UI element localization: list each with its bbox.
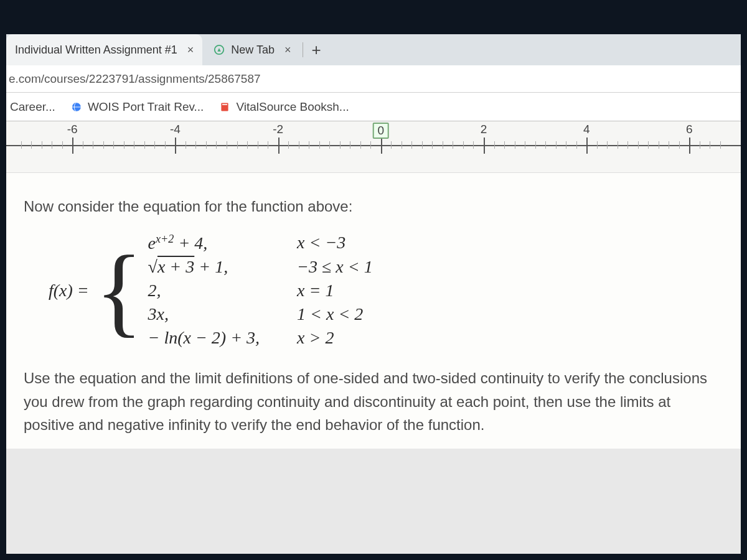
minor-tick	[556, 141, 557, 149]
bookmark-label: Career...	[10, 100, 55, 114]
minor-tick	[42, 141, 42, 149]
page-content: -6-4-20246 Now consider the equation for…	[6, 121, 741, 449]
tick-label: 2	[481, 123, 487, 136]
case-condition: x = 1	[297, 281, 373, 301]
globe-icon	[70, 101, 83, 113]
minor-tick	[31, 141, 32, 149]
minor-tick	[411, 141, 412, 149]
minor-tick	[350, 141, 350, 149]
tick-label: -6	[67, 123, 78, 136]
minor-tick	[62, 141, 63, 149]
minor-tick	[113, 141, 114, 149]
minor-tick	[258, 141, 258, 149]
minor-tick	[627, 141, 628, 149]
left-brace: {	[95, 251, 143, 330]
major-tick	[175, 138, 176, 154]
major-tick	[586, 138, 588, 154]
minor-tick	[21, 141, 22, 149]
minor-tick	[463, 141, 464, 149]
tab-new-tab[interactable]: New Tab ×	[205, 34, 299, 65]
tick-label: 4	[583, 123, 590, 136]
minor-tick	[391, 141, 392, 149]
case-expression: ex+2 + 4,	[148, 233, 260, 253]
minor-tick	[154, 141, 155, 149]
browser-tab-strip: Individual Written Assignment #1 × New T…	[6, 34, 741, 65]
minor-tick	[360, 141, 361, 149]
minor-tick	[268, 141, 268, 149]
minor-tick	[720, 141, 721, 149]
number-line-region: -6-4-20246	[6, 121, 741, 173]
minor-tick	[144, 141, 145, 149]
minor-tick	[93, 141, 93, 149]
minor-tick	[710, 141, 710, 149]
minor-tick	[186, 141, 186, 149]
bookmark-wois[interactable]: WOIS Port Trait Rev...	[70, 100, 204, 114]
minor-tick	[443, 141, 443, 149]
piecewise-function: f(x) = { ex+2 + 4,x < −3√x + 3 + 1,−3 ≤ …	[49, 233, 723, 348]
svg-rect-3	[222, 104, 227, 105]
minor-tick	[494, 141, 495, 149]
minor-tick	[607, 141, 608, 149]
close-icon[interactable]: ×	[284, 44, 291, 57]
case-expression: √x + 3 + 1,	[148, 257, 260, 277]
minor-tick	[638, 141, 639, 149]
minor-tick	[227, 141, 227, 149]
minor-tick	[103, 141, 104, 149]
minor-tick	[659, 141, 659, 149]
minor-tick	[83, 141, 83, 149]
minor-tick	[370, 141, 371, 149]
problem-body: Now consider the equation for the functi…	[6, 173, 741, 449]
minor-tick	[545, 141, 546, 149]
minor-tick	[515, 141, 515, 149]
minor-tick	[237, 141, 238, 149]
minor-tick	[319, 141, 320, 149]
case-condition: x < −3	[297, 233, 373, 253]
case-expression: 3x,	[148, 304, 260, 324]
close-icon[interactable]: ×	[187, 44, 194, 57]
minor-tick	[195, 141, 196, 149]
minor-tick	[525, 141, 525, 149]
screen: Individual Written Assignment #1 × New T…	[6, 34, 741, 554]
minor-tick	[453, 141, 453, 149]
case-expression: − ln(x − 2) + 3,	[148, 328, 260, 348]
url-text: e.com/courses/2223791/assignments/258675…	[9, 72, 261, 86]
monitor-bezel: Individual Written Assignment #1 × New T…	[0, 0, 747, 560]
bookmark-career[interactable]: Career...	[10, 100, 55, 114]
minor-tick	[247, 141, 248, 149]
minor-tick	[134, 141, 134, 149]
minor-tick	[340, 141, 341, 149]
tick-label: -2	[273, 123, 283, 136]
minor-tick	[679, 141, 680, 149]
minor-tick	[473, 141, 474, 149]
address-bar[interactable]: e.com/courses/2223791/assignments/258675…	[6, 65, 741, 93]
tick-label: 6	[686, 123, 693, 136]
new-tab-button[interactable]: +	[303, 40, 330, 60]
case-expression: 2,	[148, 281, 260, 301]
major-tick	[381, 138, 382, 154]
minor-tick	[566, 141, 566, 149]
minor-tick	[402, 141, 402, 149]
book-icon	[218, 101, 231, 113]
minor-tick	[216, 141, 217, 149]
minor-tick	[597, 141, 598, 149]
minor-tick	[299, 141, 299, 149]
minor-tick	[288, 141, 289, 149]
minor-tick	[432, 141, 433, 149]
case-condition: 1 < x < 2	[297, 304, 373, 324]
tab-title: New Tab	[231, 44, 275, 57]
minor-tick	[422, 141, 423, 149]
minor-tick	[669, 141, 669, 149]
bookmark-label: WOIS Port Trait Rev...	[88, 100, 204, 114]
compass-icon	[214, 44, 225, 55]
bookmark-label: VitalSource Booksh...	[236, 100, 349, 114]
prompt-text: Now consider the equation for the functi…	[24, 198, 723, 215]
tick-label: -4	[170, 123, 181, 136]
bookmark-vitalsource[interactable]: VitalSource Booksh...	[218, 100, 349, 114]
minor-tick	[329, 141, 330, 149]
case-condition: −3 ≤ x < 1	[297, 257, 373, 277]
tab-assignment[interactable]: Individual Written Assignment #1 ×	[6, 34, 202, 65]
minor-tick	[648, 141, 649, 149]
instruction-text: Use the equation and the limit definitio…	[24, 366, 723, 436]
major-tick	[484, 138, 485, 154]
axis-line	[6, 145, 741, 146]
